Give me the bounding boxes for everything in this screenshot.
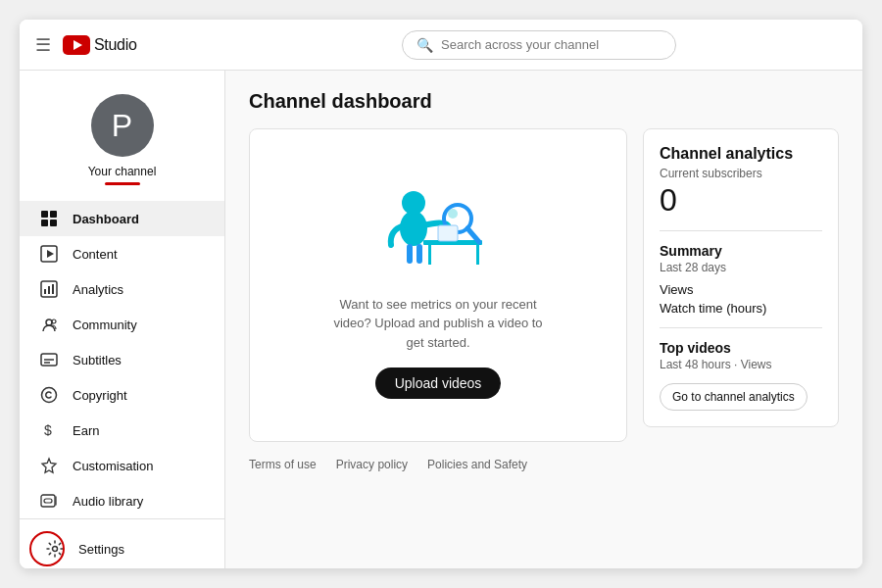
sidebar-item-analytics[interactable]: Analytics	[20, 271, 224, 307]
search-container: 🔍	[231, 30, 847, 60]
sidebar-item-community-label: Community	[73, 318, 137, 332]
sidebar-item-earn[interactable]: $ Earn	[20, 413, 224, 448]
svg-point-21	[53, 547, 58, 552]
sidebar-item-audio-library[interactable]: Audio library	[20, 483, 224, 518]
svg-rect-11	[52, 284, 54, 294]
youtube-logo	[63, 35, 90, 55]
studio-label: Studio	[94, 36, 137, 54]
sidebar-item-settings[interactable]: Settings	[20, 531, 224, 566]
svg-rect-30	[407, 244, 413, 264]
svg-rect-3	[50, 211, 57, 218]
nav-section: Dashboard Content	[20, 201, 224, 518]
watch-time-label: Watch time (hours)	[660, 301, 822, 316]
policies-safety-link[interactable]: Policies and Safety	[427, 458, 527, 471]
svg-rect-9	[44, 289, 46, 294]
svg-rect-19	[41, 495, 55, 507]
audio-library-icon	[39, 491, 59, 511]
main-content: Channel dashboard	[225, 71, 862, 568]
summary-period: Last 28 days	[660, 261, 822, 274]
header-left: ☰ Studio	[35, 34, 231, 56]
svg-rect-2	[41, 211, 48, 218]
customisation-icon	[39, 456, 59, 475]
svg-rect-27	[476, 245, 479, 265]
earn-icon: $	[39, 420, 59, 440]
sidebar-item-content-label: Content	[73, 247, 118, 262]
page-title: Channel dashboard	[249, 90, 839, 113]
your-channel-label: Your channel	[88, 165, 157, 178]
terms-of-use-link[interactable]: Terms of use	[249, 458, 317, 471]
sidebar-item-customisation-label: Customisation	[73, 459, 153, 473]
channel-underline	[105, 182, 140, 185]
dashboard-icon	[39, 209, 59, 228]
sidebar-item-community[interactable]: Community	[20, 307, 224, 342]
top-videos-title: Top videos	[660, 340, 822, 356]
svg-rect-4	[41, 220, 48, 226]
sidebar-bottom: Settings Send feedback	[20, 518, 224, 568]
svg-rect-31	[416, 244, 422, 264]
analytics-title: Channel analytics	[660, 145, 822, 163]
sidebar-item-subtitles[interactable]: Subtitles	[20, 342, 224, 377]
sidebar-item-analytics-label: Analytics	[73, 282, 123, 297]
upload-card: Want to see metrics on your recent video…	[249, 128, 627, 442]
footer-links: Terms of use Privacy policy Policies and…	[249, 458, 839, 479]
upload-videos-button[interactable]: Upload videos	[375, 368, 502, 399]
sidebar-item-subtitles-label: Subtitles	[73, 353, 122, 368]
sidebar-item-copyright-label: Copyright	[73, 388, 127, 403]
svg-point-29	[402, 191, 425, 215]
sidebar: P Your channel Dashboard	[20, 71, 225, 568]
avatar[interactable]: P	[91, 94, 154, 157]
svg-line-33	[467, 228, 479, 242]
svg-rect-35	[438, 225, 458, 241]
subscribers-label: Current subscribers	[660, 167, 822, 180]
svg-text:$: $	[44, 422, 52, 438]
svg-rect-20	[44, 499, 52, 503]
community-icon	[39, 315, 59, 334]
sidebar-item-copyright[interactable]: Copyright	[20, 377, 224, 413]
svg-rect-26	[428, 245, 431, 265]
menu-icon[interactable]: ☰	[35, 34, 51, 56]
content-icon	[39, 244, 59, 264]
search-icon: 🔍	[416, 37, 433, 53]
sidebar-item-earn-label: Earn	[73, 423, 99, 438]
svg-rect-5	[50, 220, 57, 226]
svg-point-13	[52, 319, 56, 323]
analytics-section: Channel analytics Current subscribers 0 …	[643, 128, 839, 427]
upload-promo-text: Want to see metrics on your recent video…	[330, 295, 546, 353]
summary-title: Summary	[660, 243, 822, 259]
header: ☰ Studio 🔍	[20, 20, 862, 71]
svg-rect-10	[48, 286, 50, 294]
divider-2	[660, 327, 822, 328]
search-input[interactable]	[441, 37, 662, 52]
go-to-analytics-button[interactable]: Go to channel analytics	[660, 383, 808, 411]
body: P Your channel Dashboard	[20, 71, 862, 568]
svg-point-12	[46, 319, 52, 325]
sidebar-item-send-feedback[interactable]: Send feedback	[20, 566, 224, 568]
analytics-icon	[39, 279, 59, 299]
sidebar-item-dashboard-label: Dashboard	[73, 212, 139, 226]
sidebar-item-dashboard[interactable]: Dashboard	[20, 201, 224, 236]
subtitles-icon	[39, 350, 59, 369]
privacy-policy-link[interactable]: Privacy policy	[336, 458, 408, 471]
channel-avatar-section: P Your channel	[20, 82, 224, 193]
subscribers-value: 0	[660, 182, 822, 219]
divider-1	[660, 230, 822, 231]
svg-point-34	[448, 209, 458, 219]
svg-marker-7	[47, 250, 54, 258]
views-label: Views	[660, 282, 822, 297]
svg-point-17	[42, 388, 57, 403]
copyright-icon	[39, 385, 59, 405]
search-bar[interactable]: 🔍	[402, 30, 676, 60]
upload-illustration	[369, 172, 507, 279]
dashboard-grid: Want to see metrics on your recent video…	[249, 128, 839, 442]
sidebar-item-settings-label: Settings	[78, 542, 124, 557]
sidebar-item-audio-library-label: Audio library	[73, 494, 143, 509]
top-videos-period: Last 48 hours · Views	[660, 358, 822, 371]
settings-icon	[45, 539, 65, 559]
sidebar-item-content[interactable]: Content	[20, 236, 224, 271]
sidebar-item-customisation[interactable]: Customisation	[20, 448, 224, 483]
analytics-panel: Channel analytics Current subscribers 0 …	[643, 128, 839, 442]
logo-container[interactable]: Studio	[63, 35, 137, 55]
